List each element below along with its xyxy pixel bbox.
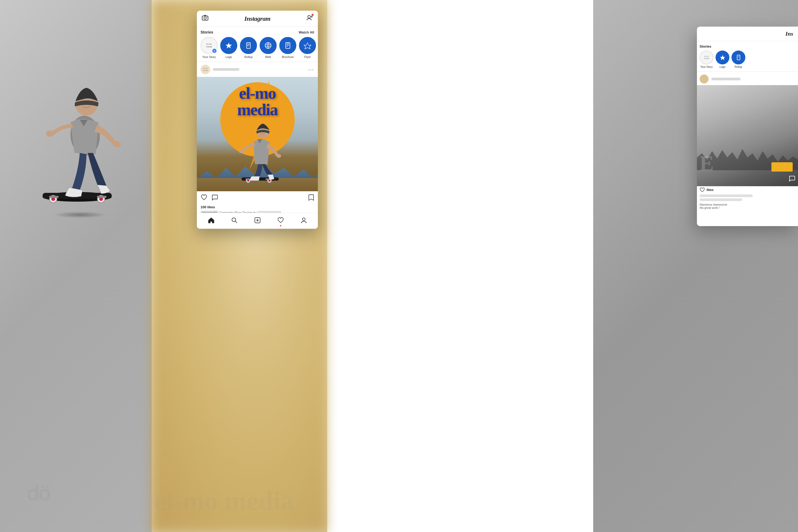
svg-rect-7 (97, 196, 107, 198)
ig2-username-blur (711, 78, 741, 80)
rollup-story-avatar (240, 37, 257, 54)
ig2-like-count-text: likes (706, 188, 714, 192)
nav-add-button[interactable] (254, 217, 261, 225)
svg-point-13 (204, 17, 206, 19)
ig2-stories-row: el-momedia Your Story Logo (700, 51, 795, 68)
svg-point-42 (232, 218, 236, 222)
brochure-story-label: Brochure (282, 55, 294, 58)
brand-text-top: el-mo (212, 85, 303, 101)
svg-line-43 (235, 221, 237, 223)
like-button[interactable] (201, 194, 208, 203)
ig2-story-logo[interactable]: Logo (716, 51, 729, 68)
svg-marker-19 (226, 42, 232, 49)
stories-row: el-momedia + Your Story Logo (201, 37, 314, 58)
svg-rect-6 (49, 196, 58, 198)
svg-rect-12 (202, 16, 208, 20)
svg-point-24 (265, 42, 271, 49)
story-your-story[interactable]: el-momedia + Your Story (201, 37, 217, 58)
svg-marker-48 (720, 55, 725, 60)
flyer-story-label: Flyer (304, 55, 311, 58)
stories-title: Stories (201, 30, 213, 34)
svg-point-40 (239, 150, 244, 153)
nav-search-button[interactable] (231, 217, 238, 225)
ig2-story-rollup[interactable]: Rollup (732, 51, 745, 68)
svg-rect-31 (286, 42, 289, 44)
ig2-stories: Stories el-momedia Your Story Logo (697, 41, 798, 72)
svg-point-15 (308, 15, 310, 18)
ig2-post-avatar (700, 75, 709, 83)
ig2-comment-icon[interactable] (788, 175, 795, 184)
post-avatar: el-momedia (201, 65, 210, 74)
ig2-letter: E (700, 151, 714, 175)
story-rollup[interactable]: Rollup (240, 37, 257, 58)
story-logo[interactable]: Logo (220, 37, 237, 58)
rollup-story-label: Rollup (244, 55, 252, 58)
instagram-second-phone: Ins Stories el-momedia Your Story Logo (697, 26, 798, 226)
nav-profile-button[interactable] (300, 217, 307, 225)
ig2-header: Ins (697, 26, 798, 41)
your-story-label: Your Story (203, 55, 216, 58)
svg-rect-20 (247, 42, 250, 49)
ig2-action-icons (788, 175, 795, 184)
header-icons (306, 14, 313, 23)
comment-button[interactable] (211, 194, 218, 203)
svg-point-14 (207, 17, 207, 17)
your-story-avatar: el-momedia + (201, 37, 217, 54)
skateboarder-left (16, 48, 144, 213)
logo-story-avatar (220, 37, 237, 54)
post-header: el-momedia ··· (197, 62, 318, 77)
nav-heart-button[interactable] (277, 217, 284, 225)
logo-story-label: Logo (226, 55, 232, 58)
ig2-post-image: E (697, 85, 798, 186)
ig2-logo: Ins (785, 30, 793, 37)
ig2-hashtags: #lamanos #awesome#la great work ! (697, 202, 798, 210)
post-likes: 100 likes (197, 205, 318, 211)
watch-all-button[interactable]: Watch All (299, 30, 314, 34)
ig2-logo-avatar (716, 51, 729, 64)
web-story-label: Web (265, 55, 271, 58)
svg-point-47 (302, 218, 305, 221)
svg-point-10 (46, 130, 54, 137)
post-actions (197, 191, 318, 205)
svg-point-18 (312, 15, 313, 16)
brochure-story-avatar (279, 37, 296, 54)
ig2-caption-1 (700, 194, 753, 197)
stories-header: Stories Watch All (201, 30, 314, 34)
ig-post: el-momedia ··· el-mo media (197, 62, 318, 222)
nav-home-button[interactable] (208, 217, 215, 225)
post-skater (228, 111, 287, 186)
post-more-button[interactable]: ··· (308, 66, 314, 73)
ig2-rollup-label: Rollup (735, 65, 742, 68)
watermark-text: dö (26, 481, 50, 506)
instagram-logo: Instagram (244, 15, 270, 22)
story-web[interactable]: Web (260, 37, 277, 58)
ig2-post-header (697, 72, 798, 85)
instagram-main-phone: Instagram Stories Watch All el-m (197, 11, 318, 229)
ig2-stories-label: Stories (700, 44, 795, 49)
svg-point-9 (113, 141, 121, 147)
ig2-likes: likes (697, 186, 798, 194)
bookmark-button[interactable] (308, 194, 314, 203)
svg-point-39 (277, 154, 281, 158)
story-flyer[interactable]: Flyer (299, 37, 316, 58)
web-story-avatar (260, 37, 277, 54)
story-brochure[interactable]: Brochure (279, 37, 296, 58)
story-add-button[interactable]: + (212, 48, 217, 54)
ig2-story-your[interactable]: el-momedia Your Story (700, 51, 714, 68)
bottom-watermark: el-mo media (154, 486, 294, 516)
ig2-rollup-avatar (732, 51, 745, 64)
skater-shadow (53, 211, 107, 218)
ig2-taxi (772, 162, 793, 172)
flyer-story-avatar (299, 37, 316, 54)
ig-bottom-nav (197, 213, 318, 229)
ig-header: Instagram (197, 11, 318, 27)
post-username-blur (213, 68, 240, 71)
ig2-your-label: Your Story (700, 65, 712, 68)
ig2-your-avatar: el-momedia (700, 51, 714, 64)
svg-point-34 (247, 179, 249, 182)
post-image: el-mo media (197, 77, 318, 191)
ig-stories-section: Stories Watch All el-momedia + Your Stor… (197, 27, 318, 62)
camera-icon[interactable] (202, 14, 209, 23)
add-person-icon[interactable] (306, 14, 313, 23)
ig2-logo-label: Logo (720, 65, 725, 68)
